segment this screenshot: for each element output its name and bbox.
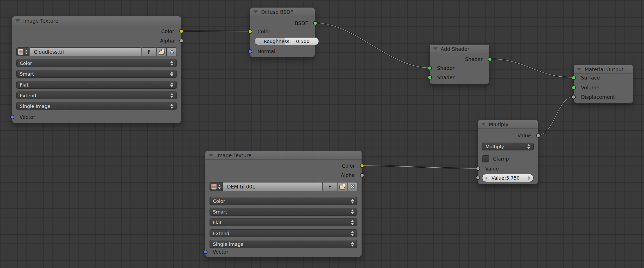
node-header-material-output[interactable]: Material Output [574,65,633,74]
stepper-arrows-icon [170,61,173,66]
arrow-down-icon [170,64,173,66]
open-image-button[interactable] [338,182,347,191]
image-datablock-row: DEM.tif.001F✕ [210,182,357,191]
dropdown-selected-value: Smart [20,71,170,77]
output-socket-color[interactable] [360,164,364,168]
arrow-down-icon [351,245,354,247]
node-header-diffuse-bsdf[interactable]: Diffuse BSDF [250,8,315,16]
roughness-slider[interactable]: Roughness:0.500 [254,37,319,45]
dropdown-selected-value: Single Image [20,103,170,109]
stepper-arrows-icon [351,220,354,225]
image-browser-button[interactable] [210,182,223,191]
node-material-output[interactable]: Material OutputSurfaceVolumeDisplacement [573,65,633,103]
clamp-checkbox[interactable] [482,155,489,162]
stepper-arrows-icon [170,104,173,109]
dropdown-selected-value: Extend [20,93,170,98]
dropdown-selected-value: Smart [213,209,351,215]
node-add-shader[interactable]: Add ShaderShaderShaderShader [430,44,490,84]
arrow-down-icon [25,52,28,54]
arrow-up-icon [170,61,173,63]
output-label: Color [161,28,174,35]
node-editor-canvas[interactable]: Image TextureColorAlphaVectorCloudless.t… [0,0,644,268]
collapse-arrow-icon[interactable] [209,154,213,157]
arrow-down-icon [170,96,173,98]
collapse-arrow-icon[interactable] [577,68,582,71]
node-title: Add Shader [441,46,469,52]
output-socket-shader[interactable] [488,57,492,61]
arrow-up-icon [351,231,354,233]
node-title: Image Texture [23,18,58,24]
enum-dropdown[interactable]: Flat [210,218,357,226]
clamp-checkbox-row: Clamp [482,155,534,162]
enum-dropdown[interactable]: Extend [16,92,177,99]
stepper-arrows-icon [170,93,173,98]
stepper-arrows-icon [527,144,530,149]
input-socket-shader[interactable] [428,66,432,70]
open-folder-icon [339,184,346,190]
enum-dropdown[interactable]: Multiply [482,143,534,150]
unlink-image-button[interactable]: ✕ [348,182,357,191]
output-socket-alpha[interactable] [179,39,184,43]
value-number-field[interactable]: Value:5.750 [482,174,534,182]
node-wire [315,23,430,68]
output-socket-value[interactable] [536,133,540,138]
arrow-up-icon [351,209,354,211]
node-wire [182,31,250,31]
node-diffuse-bsdf[interactable]: Diffuse BSDFBSDFColorNormalRoughness:0.5… [250,7,315,57]
node-image-texture-1[interactable]: Image TextureColorAlphaVectorCloudless.t… [12,16,181,123]
stepper-arrows-icon [170,71,173,76]
enum-dropdown[interactable]: Color [16,59,177,67]
input-label: Normal [257,48,275,55]
arrow-up-icon [351,220,354,222]
enum-dropdown[interactable]: Single Image [210,240,357,248]
enum-dropdown[interactable]: Single Image [16,102,177,110]
open-image-button[interactable] [157,47,167,56]
collapse-arrow-icon[interactable] [481,123,486,126]
decrement-arrow-icon[interactable] [485,176,487,180]
slider-value: 0.500 [296,39,310,44]
node-header-math-multiply[interactable]: Multiply [478,120,538,129]
dropdown-selected-value: Flat [213,220,351,225]
node-header-add-shader[interactable]: Add Shader [430,45,489,53]
close-x-icon: ✕ [169,48,174,56]
arrow-down-icon [351,202,354,204]
enum-dropdown[interactable]: Smart [16,70,177,78]
input-socket-volume[interactable] [572,86,576,90]
image-name-field[interactable]: DEM.tif.001 [223,182,322,191]
increment-arrow-icon[interactable] [528,176,531,180]
input-socket-value[interactable] [476,167,480,171]
collapse-arrow-icon[interactable] [15,19,20,22]
arrow-down-icon [170,85,173,87]
input-socket-shader[interactable] [428,75,432,80]
node-image-texture-2[interactable]: Image TextureColorAlphaVectorDEM.tif.001… [205,151,362,257]
input-socket-vector[interactable] [203,250,207,254]
enum-dropdown[interactable]: Color [210,197,357,205]
enum-dropdown[interactable]: Extend [210,229,357,237]
image-browser-button[interactable] [16,47,29,56]
node-math-multiply[interactable]: MultiplyValueValueMultiplyClampValue:5.7… [478,120,538,184]
stepper-arrows-icon [351,242,354,247]
output-socket-color[interactable] [179,29,184,33]
fake-user-button[interactable]: F [323,182,337,191]
dropdown-selected-value: Single Image [213,241,351,247]
image-name-field[interactable]: Cloudless.tif [30,47,141,56]
input-socket-surface[interactable] [572,76,576,80]
input-socket-vector[interactable] [10,115,14,119]
collapse-arrow-icon[interactable] [433,47,438,50]
input-label: Surface [581,74,600,81]
node-header-image-texture-1[interactable]: Image Texture [12,16,181,25]
arrow-up-icon [527,144,530,146]
node-header-image-texture-2[interactable]: Image Texture [205,151,362,160]
output-socket-bsdf[interactable] [313,21,317,25]
input-socket-value[interactable] [476,176,480,180]
enum-dropdown[interactable]: Smart [210,208,357,216]
input-socket-normal[interactable] [248,49,252,53]
input-socket-color[interactable] [248,29,252,34]
enum-dropdown[interactable]: Flat [16,81,177,89]
output-socket-alpha[interactable] [360,173,364,177]
input-socket-displacement[interactable] [572,95,576,99]
collapse-arrow-icon[interactable] [253,10,258,13]
open-folder-icon [158,49,165,55]
fake-user-button[interactable]: F [142,47,156,56]
unlink-image-button[interactable]: ✕ [167,47,177,56]
